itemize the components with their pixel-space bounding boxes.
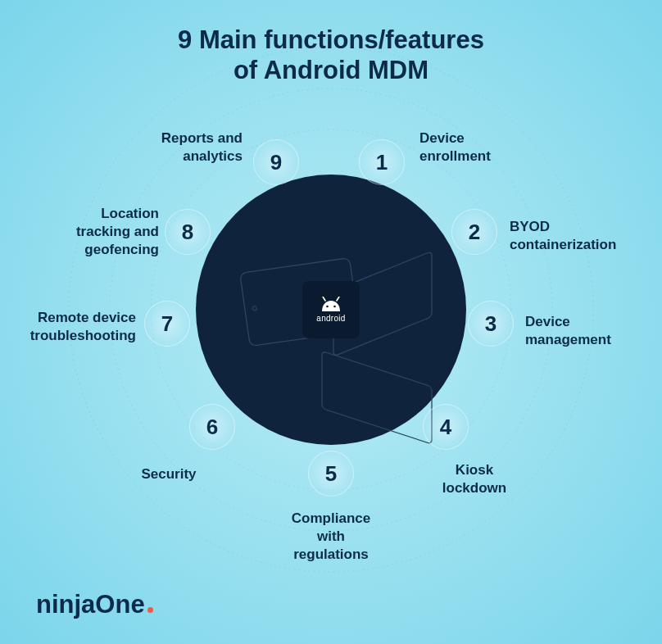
node-4: 4 [423, 404, 469, 450]
svg-point-5 [252, 306, 257, 311]
svg-rect-7 [322, 351, 432, 444]
svg-line-9 [337, 297, 339, 301]
svg-point-10 [326, 306, 329, 308]
svg-point-11 [333, 306, 336, 308]
node-8: 8 [165, 209, 211, 255]
logo-dot-icon [147, 607, 153, 613]
label-9: Reports and analytics [144, 129, 243, 166]
label-1: Device enrollment [419, 129, 491, 166]
svg-line-8 [323, 297, 325, 301]
label-6: Security [141, 465, 196, 483]
title-line-2: of Android MDM [234, 56, 428, 84]
node-2: 2 [451, 209, 497, 255]
node-5: 5 [308, 451, 354, 497]
label-8: Location tracking and geofencing [61, 205, 159, 259]
node-9: 9 [253, 139, 299, 185]
title-line-1: 9 Main functions/features [178, 25, 484, 54]
android-icon [319, 297, 343, 311]
android-label: android [316, 314, 345, 323]
node-6: 6 [189, 404, 235, 450]
label-2: BYOD containerization [510, 218, 616, 254]
ninjaone-logo: ninjaOne [36, 590, 153, 619]
node-3: 3 [468, 301, 514, 347]
logo-text-one: One [95, 590, 144, 619]
node-7: 7 [144, 301, 190, 347]
label-7: Remote device troubleshooting [29, 309, 136, 345]
label-5: Compliance with regulations [292, 510, 370, 564]
page-title: 9 Main functions/features of Android MDM [0, 25, 662, 85]
node-1: 1 [359, 139, 405, 185]
label-3: Device management [525, 313, 611, 349]
logo-text-ninja: ninja [36, 590, 95, 619]
android-badge: android [302, 281, 360, 338]
label-4: Kiosk lockdown [442, 461, 506, 497]
